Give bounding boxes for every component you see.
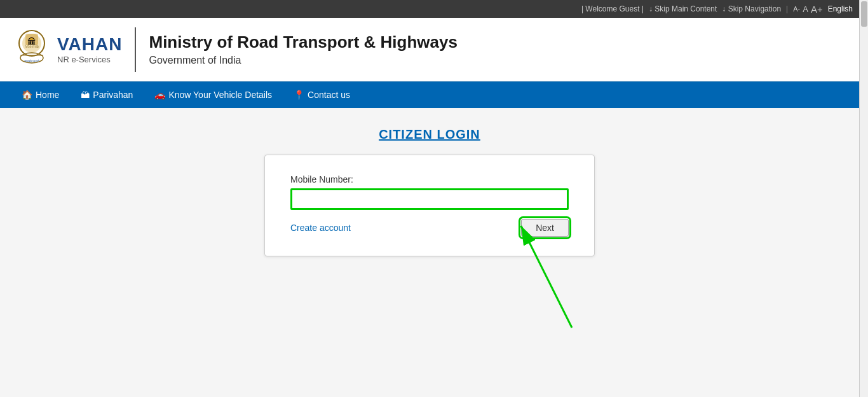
main-content: CITIZEN LOGIN Mobile Number: Create acco… — [0, 108, 859, 397]
top-bar: | Welcome Guest | ↓ Skip Main Content ↓ … — [0, 0, 859, 18]
vahan-subtitle: NR e-Services — [57, 55, 122, 64]
ministry-info: Ministry of Road Transport & Highways Go… — [149, 32, 457, 66]
ministry-title: Ministry of Road Transport & Highways — [149, 32, 457, 52]
nav-home[interactable]: 🏠 Home — [13, 85, 68, 105]
parivahan-icon: 🏔 — [81, 90, 90, 100]
scrollbar[interactable] — [859, 0, 868, 397]
vehicle-icon: 🚗 — [154, 90, 165, 100]
font-controls: A- A A+ — [793, 4, 822, 15]
logo-area: 🦁 𝕊𝕥𝕖𝕞𝕓 सत्यमेव जयते 🏛 VAHAN NR e-Servic… — [13, 27, 122, 72]
nav-bar: 🏠 Home 🏔 Parivahan 🚗 Know Your Vehicle D… — [0, 81, 859, 108]
create-account-link[interactable]: Create account — [290, 223, 351, 233]
welcome-text: | Welcome Guest | — [581, 4, 644, 13]
nav-contact-label: Contact us — [308, 90, 350, 100]
separator: | — [786, 4, 788, 13]
vahan-title: VAHAN — [57, 34, 122, 55]
vahan-branding: VAHAN NR e-Services — [57, 34, 122, 64]
nav-vehicle-label: Know Your Vehicle Details — [168, 90, 272, 100]
font-medium-button[interactable]: A — [803, 4, 808, 14]
login-box: Mobile Number: Create account Next — [264, 155, 595, 256]
nav-vehicle-details[interactable]: 🚗 Know Your Vehicle Details — [146, 85, 281, 105]
mobile-input[interactable] — [290, 188, 569, 210]
nav-home-label: Home — [36, 90, 59, 100]
page-title: CITIZEN LOGIN — [379, 127, 480, 142]
india-emblem: 🦁 𝕊𝕥𝕖𝕞𝕓 सत्यमेव जयते 🏛 — [13, 27, 51, 72]
language-selector[interactable]: English — [828, 4, 853, 13]
svg-text:🏛: 🏛 — [27, 37, 36, 47]
header-divider — [135, 27, 136, 72]
mobile-label: Mobile Number: — [290, 174, 569, 185]
site-header: 🦁 𝕊𝕥𝕖𝕞𝕓 सत्यमेव जयते 🏛 VAHAN NR e-Servic… — [0, 18, 859, 81]
skip-main-link[interactable]: ↓ Skip Main Content — [649, 4, 717, 13]
skip-nav-link[interactable]: ↓ Skip Navigation — [722, 4, 781, 13]
ministry-subtitle: Government of India — [149, 55, 457, 66]
font-small-button[interactable]: A- — [793, 5, 800, 13]
home-icon: 🏠 — [22, 90, 32, 100]
next-button[interactable]: Next — [521, 219, 569, 237]
contact-icon: 📍 — [294, 90, 304, 100]
nav-parivahan-label: Parivahan — [93, 90, 133, 100]
nav-parivahan[interactable]: 🏔 Parivahan — [72, 85, 142, 105]
scrollbar-thumb[interactable] — [861, 1, 867, 27]
font-large-button[interactable]: A+ — [811, 4, 823, 15]
nav-contact[interactable]: 📍 Contact us — [285, 85, 359, 105]
form-actions: Create account Next — [290, 219, 569, 237]
